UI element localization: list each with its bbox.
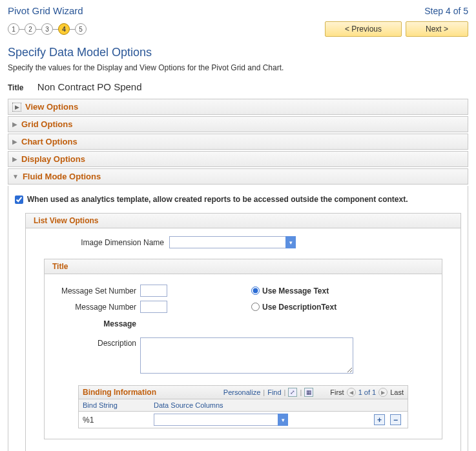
list-view-options-header[interactable]: List View Options	[26, 214, 460, 228]
fluid-mode-body: When used as analytics template, allow c…	[8, 186, 468, 451]
description-textarea[interactable]	[140, 337, 353, 374]
personalize-link[interactable]: Personalize	[223, 388, 260, 396]
list-view-options-panel: List View Options Image Dimension Name ▾…	[25, 213, 461, 451]
title-panel-title: Title	[52, 262, 68, 271]
chevron-right-icon	[12, 138, 17, 145]
find-link[interactable]: Find	[267, 388, 281, 396]
delete-row-button[interactable]: −	[390, 414, 401, 425]
step-connector	[70, 29, 75, 30]
chevron-right-icon	[12, 155, 17, 163]
message-label: Message	[52, 319, 140, 328]
allow-outside-context-checkbox[interactable]	[15, 195, 23, 204]
step-connector	[53, 29, 58, 30]
image-dimension-label: Image Dimension Name	[34, 238, 169, 247]
data-source-column-select[interactable]	[154, 414, 288, 426]
binding-information-grid: Binding Information Personalize | Find |…	[78, 385, 408, 428]
accordion-grid-options-title: Grid Options	[21, 119, 72, 129]
step-2[interactable]: 2	[25, 23, 36, 35]
description-label: Description	[52, 337, 140, 348]
pager-info: 1 of 1	[358, 388, 377, 396]
add-row-button[interactable]: +	[374, 414, 385, 425]
use-description-text-label: Use DescriptionText	[262, 303, 336, 312]
title-panel: Title Message Set Number Use Message Tex…	[44, 259, 442, 439]
message-number-input[interactable]	[140, 301, 167, 313]
accordion-view-options-title: View Options	[25, 102, 78, 112]
pager-first-label[interactable]: First	[330, 388, 344, 396]
accordion-chart-options[interactable]: Chart Options	[8, 134, 468, 150]
allow-outside-context-label: When used as analytics template, allow c…	[27, 195, 408, 204]
title-value: Non Contract PO Spend	[37, 81, 142, 92]
pager-next-icon[interactable]: ▶	[378, 388, 388, 397]
use-message-text-radio[interactable]	[251, 286, 260, 295]
zoom-icon[interactable]: ⤢	[288, 388, 297, 397]
separator: |	[284, 388, 286, 396]
col-bind-string[interactable]: Bind String	[79, 399, 150, 411]
title-label: Title	[8, 83, 23, 92]
accordion-fluid-mode-options[interactable]: Fluid Mode Options	[8, 168, 468, 185]
list-view-options-title: List View Options	[34, 216, 98, 225]
step-connector	[19, 29, 25, 30]
separator: |	[300, 388, 302, 396]
chevron-right-icon	[12, 121, 17, 128]
previous-button[interactable]: < Previous	[325, 21, 402, 37]
wizard-title: Pivot Grid Wizard	[8, 5, 83, 16]
step-indicator: Step 4 of 5	[424, 6, 468, 16]
message-number-label: Message Number	[52, 303, 140, 312]
download-icon[interactable]: ▦	[304, 388, 313, 397]
chevron-down-icon	[12, 173, 19, 180]
accordion-display-options-title: Display Options	[21, 154, 85, 164]
step-1[interactable]: 1	[8, 23, 19, 35]
table-row: %1 ▾ + −	[79, 412, 408, 428]
step-5[interactable]: 5	[75, 23, 87, 35]
section-title: Specify Data Model Options	[8, 46, 468, 59]
title-panel-header[interactable]: Title	[45, 259, 442, 274]
expand-icon: ▶	[12, 103, 21, 112]
accordion-grid-options[interactable]: Grid Options	[8, 116, 468, 132]
accordion-fluid-mode-title: Fluid Mode Options	[23, 172, 101, 181]
message-set-number-label: Message Set Number	[52, 286, 140, 296]
accordion-chart-options-title: Chart Options	[21, 137, 78, 146]
step-3[interactable]: 3	[41, 23, 53, 35]
step-4[interactable]: 4	[58, 23, 70, 35]
pager-prev-icon[interactable]: ◀	[347, 388, 356, 397]
binding-information-title: Binding Information	[83, 388, 156, 397]
step-connector	[36, 29, 41, 30]
next-button[interactable]: Next >	[406, 21, 468, 37]
accordion-view-options[interactable]: ▶ View Options	[8, 99, 468, 115]
col-data-source-columns[interactable]: Data Source Columns	[150, 399, 408, 411]
separator: |	[263, 388, 265, 396]
bind-string-cell: %1	[83, 416, 154, 425]
use-message-text-label: Use Message Text	[262, 286, 329, 296]
use-description-text-radio[interactable]	[251, 303, 260, 311]
accordion-display-options[interactable]: Display Options	[8, 151, 468, 167]
step-circles: 1 2 3 4 5	[8, 23, 87, 35]
image-dimension-select[interactable]	[169, 236, 296, 248]
message-set-number-input[interactable]	[140, 285, 167, 297]
pager-last-label[interactable]: Last	[390, 388, 404, 396]
section-desc: Specify the values for the Display and V…	[8, 63, 468, 72]
